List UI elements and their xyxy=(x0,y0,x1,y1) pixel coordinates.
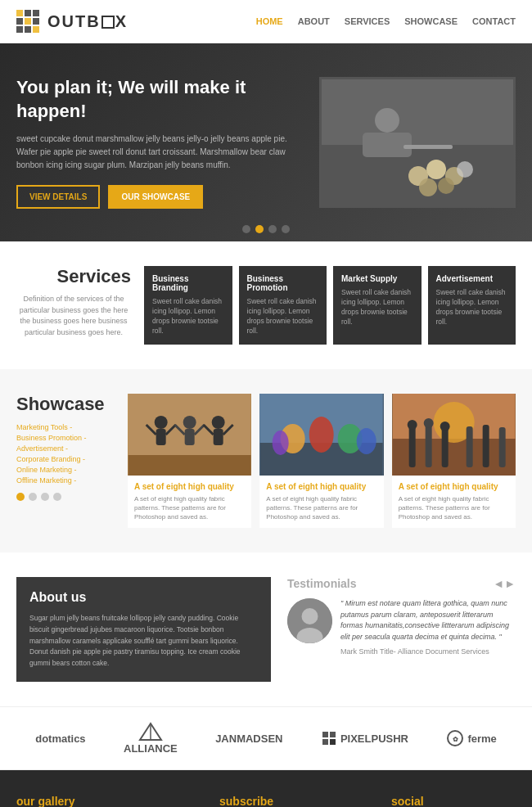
svg-point-5 xyxy=(419,178,437,196)
svg-point-16 xyxy=(183,416,196,429)
subscribe-section: subscribe Enter Your email address below… xyxy=(219,795,375,807)
showcase-item-2-text: A set of eight high quality A set of eig… xyxy=(259,476,383,529)
showcase-dots xyxy=(16,493,115,501)
partner-logos: dotmatics ALLIANCE JANMADSEN PIXELPUSHR … xyxy=(0,706,532,770)
testimonial-author: Mark Smith Title- Alliance Document Serv… xyxy=(340,647,516,656)
showcase-item-2: A set of eight high quality A set of eig… xyxy=(259,394,383,529)
hero-description: sweet cupcake donut marshmallow jelly be… xyxy=(16,133,303,172)
svg-point-20 xyxy=(212,416,225,429)
svg-point-28 xyxy=(309,417,334,453)
showcase-item-2-title: A set of eight high quality xyxy=(266,482,376,491)
testimonial-text: " Mirum est notare quam littera gothica,… xyxy=(340,598,516,656)
partner-ferme: ✿ ferme xyxy=(446,729,496,747)
logo-text: OUTBX xyxy=(47,12,128,31)
showcase-dot-3[interactable] xyxy=(41,493,49,501)
showcase-img-1 xyxy=(128,394,251,476)
showcase-dot-4[interactable] xyxy=(53,493,61,501)
svg-rect-35 xyxy=(408,426,415,467)
partner-janmadsen: JANMADSEN xyxy=(215,733,282,745)
showcase-img-2 xyxy=(259,394,383,476)
carousel-dot-3[interactable] xyxy=(268,225,277,233)
showcase-item-marketing: Marketing Tools - xyxy=(16,423,115,431)
testimonial-quote: " Mirum est notare quam littera gothica,… xyxy=(340,598,516,642)
hero-section: You plan it; We will make it happen! swe… xyxy=(0,43,532,241)
nav-services[interactable]: SERVICES xyxy=(345,16,390,26)
svg-rect-50 xyxy=(330,732,336,737)
carousel-dot-1[interactable] xyxy=(242,225,250,233)
about-title: About us xyxy=(29,590,258,605)
partner-dotmatics: dotmatics xyxy=(35,733,85,745)
svg-rect-39 xyxy=(482,425,489,467)
nav-showcase[interactable]: SHOWCASE xyxy=(404,16,458,26)
service-card-market-text: Sweet roll cake danish icing lollipop. L… xyxy=(341,288,413,327)
svg-point-45 xyxy=(302,608,318,624)
nav-about[interactable]: ABOUT xyxy=(298,16,330,26)
showcase-item-2-desc: A set of eight high quality fabric patte… xyxy=(266,494,376,522)
gallery-title: our gallery xyxy=(16,795,203,807)
main-nav: HOME ABOUT SERVICES SHOWCASE CONTACT xyxy=(256,16,516,26)
showcase-item-3-text: A set of eight high quality A set of eig… xyxy=(392,476,516,529)
showcase-dot-2[interactable] xyxy=(29,493,37,501)
svg-rect-38 xyxy=(466,426,472,467)
svg-point-41 xyxy=(407,420,417,430)
services-section: Services Definition of the services of t… xyxy=(0,241,532,369)
footer-top: our gallery xyxy=(0,770,532,807)
svg-rect-52 xyxy=(330,739,336,745)
testimonials-box: Testimonials ◄► " Mirum est notare quam … xyxy=(287,577,516,682)
view-details-button[interactable]: VIEW DETAILS xyxy=(16,185,100,209)
service-card-market-title: Market Supply xyxy=(341,274,413,283)
our-showcase-button[interactable]: OUR SHOWCASE xyxy=(108,185,203,209)
svg-rect-21 xyxy=(214,429,223,445)
svg-rect-24 xyxy=(128,455,251,476)
showcase-item-promotion: Business Promotion - xyxy=(16,434,115,442)
carousel-dot-2[interactable] xyxy=(255,225,264,233)
services-title: Services xyxy=(16,266,131,287)
testimonials-arrows[interactable]: ◄► xyxy=(493,577,516,590)
carousel-dot-4[interactable] xyxy=(282,225,290,233)
header: OUTBX HOME ABOUT SERVICES SHOWCASE CONTA… xyxy=(0,0,532,43)
svg-rect-49 xyxy=(322,732,328,737)
logo: OUTBX xyxy=(16,10,128,33)
service-card-branding-text: Sweet roll cake danish icing lollipop. L… xyxy=(152,297,224,336)
svg-rect-9 xyxy=(363,133,412,157)
partner-pixelpushr: PIXELPUSHR xyxy=(321,730,408,746)
service-card-advertisement-title: Advertisement xyxy=(436,274,508,283)
pixel-icon xyxy=(321,730,337,746)
showcase-item-3-desc: A set of eight high quality fabric patte… xyxy=(399,494,509,522)
logo-grid-icon xyxy=(16,10,39,33)
showcase-grid: A set of eight high quality A set of eig… xyxy=(128,394,516,529)
svg-point-31 xyxy=(357,428,376,454)
showcase-item-3-title: A set of eight high quality xyxy=(399,482,509,491)
service-card-advertisement-text: Sweet roll cake danish icing lollipop. L… xyxy=(436,288,508,327)
billiards-image xyxy=(322,79,516,208)
svg-rect-40 xyxy=(498,427,505,467)
alliance-logo-icon xyxy=(138,722,163,742)
ferme-icon: ✿ xyxy=(446,729,464,747)
showcase-dot-1[interactable] xyxy=(16,493,25,501)
testimonial-author-sub: Title- Alliance Document Services xyxy=(380,647,489,656)
services-description: Services Definition of the services of t… xyxy=(16,266,131,345)
showcase-item-offline: Offline Marketing - xyxy=(16,476,115,485)
svg-rect-36 xyxy=(425,425,431,467)
subscribe-title: subscribe xyxy=(219,795,375,807)
showcase-img-3 xyxy=(392,394,516,476)
testimonial-avatar xyxy=(287,598,332,643)
svg-rect-10 xyxy=(404,145,453,149)
nav-home[interactable]: HOME xyxy=(256,16,283,26)
svg-rect-13 xyxy=(156,429,166,445)
showcase-sidebar-list: Marketing Tools - Business Promotion - A… xyxy=(16,423,115,485)
svg-point-42 xyxy=(423,418,433,428)
social-section: social f Like us t Follow us ▶ Watch us … xyxy=(391,795,516,807)
showcase-title: Showcase xyxy=(16,394,115,415)
hero-image xyxy=(319,77,516,208)
svg-rect-51 xyxy=(322,739,328,745)
showcase-item-1-text: A set of eight high quality A set of eig… xyxy=(128,476,251,529)
showcase-item-online: Online Marketing - xyxy=(16,466,115,474)
showcase-item-advertisement: Advertisement - xyxy=(16,444,115,453)
about-text: Sugar plum jelly beans fruitcake lollipo… xyxy=(29,613,258,669)
partner-alliance: ALLIANCE xyxy=(124,722,178,755)
svg-rect-17 xyxy=(185,429,195,445)
showcase-section: Showcase Marketing Tools - Business Prom… xyxy=(0,369,532,553)
showcase-item-1-title: A set of eight high quality xyxy=(134,482,245,491)
nav-contact[interactable]: CONTACT xyxy=(472,16,516,26)
